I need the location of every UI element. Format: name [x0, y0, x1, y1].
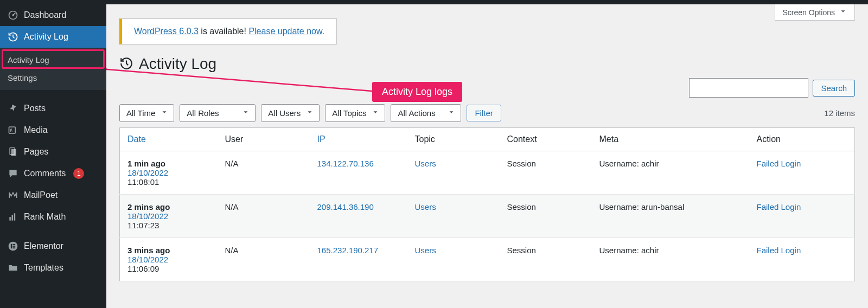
folder-icon [8, 262, 18, 273]
col-ip[interactable]: IP [310, 128, 407, 151]
table-row: 2 mins ago18/10/202211:07:23N/A209.141.3… [120, 195, 855, 238]
cell-user: N/A [218, 195, 310, 238]
sidebar-submenu: Activity Log Settings [0, 48, 106, 90]
chevron-down-icon [306, 108, 314, 118]
svg-point-1 [12, 14, 14, 16]
cell-meta: Username: achir [592, 238, 749, 281]
filter-actions-select[interactable]: All Actions [391, 104, 461, 122]
filter-users-select[interactable]: All Users [261, 104, 320, 122]
sidebar-item-posts[interactable]: Posts [0, 98, 106, 119]
action-link[interactable]: Failed Login [757, 159, 801, 168]
sidebar-item-label: Rank Math [24, 212, 66, 222]
pin-icon [8, 103, 18, 114]
svg-rect-10 [11, 244, 12, 248]
main-content: Screen Options WordPress 6.0.3 is availa… [106, 4, 868, 308]
cell-meta: Username: arun-bansal [592, 195, 749, 238]
cell-date: 2 mins ago18/10/202211:07:23 [120, 195, 218, 238]
update-notice: WordPress 6.0.3 is available! Please upd… [119, 18, 337, 44]
media-icon [8, 125, 18, 136]
cell-context: Session [500, 238, 592, 281]
cell-date: 3 mins ago18/10/202211:06:09 [120, 238, 218, 281]
sidebar-item-label: Comments [24, 169, 66, 178]
filter-button[interactable]: Filter [467, 105, 501, 121]
topic-link[interactable]: Users [415, 159, 436, 168]
sidebar-item-label: Posts [24, 104, 46, 113]
comments-icon [8, 168, 18, 179]
cell-action: Failed Login [749, 195, 855, 238]
sidebar-item-dashboard[interactable]: Dashboard [0, 4, 106, 26]
topic-link[interactable]: Users [415, 202, 436, 211]
cell-user: N/A [218, 151, 310, 195]
chevron-down-icon [372, 108, 379, 118]
cell-meta: Username: achir [592, 151, 749, 195]
cell-topic: Users [407, 195, 500, 238]
col-action: Action [749, 128, 855, 151]
sidebar-sub-settings[interactable]: Settings [0, 69, 106, 87]
screen-options-toggle[interactable]: Screen Options [775, 4, 856, 21]
sidebar-item-media[interactable]: Media [0, 119, 106, 141]
item-count: 12 items [824, 108, 855, 118]
sidebar-item-label: Dashboard [24, 10, 66, 20]
annotation-label: Activity Log logs [372, 82, 462, 102]
ip-link[interactable]: 134.122.70.136 [317, 159, 374, 168]
col-context: Context [500, 128, 592, 151]
cell-ip: 165.232.190.217 [310, 238, 407, 281]
svg-rect-2 [9, 127, 16, 133]
sidebar-item-label: MailPoet [24, 190, 58, 200]
admin-sidebar: Dashboard Activity Log Activity Log Sett… [0, 4, 106, 308]
cell-topic: Users [407, 151, 500, 195]
chevron-down-icon [161, 108, 168, 118]
cell-context: Session [500, 195, 592, 238]
cell-action: Failed Login [749, 151, 855, 195]
cell-ip: 209.141.36.190 [310, 195, 407, 238]
col-meta: Meta [592, 128, 749, 151]
filter-topics-select[interactable]: All Topics [325, 104, 385, 122]
action-link[interactable]: Failed Login [757, 246, 801, 255]
chevron-down-icon [839, 8, 847, 17]
elementor-icon [8, 241, 18, 252]
cell-topic: Users [407, 238, 500, 281]
svg-rect-11 [12, 244, 15, 245]
sidebar-item-label: Media [24, 125, 48, 135]
filter-time-select[interactable]: All Time [119, 104, 174, 122]
cell-context: Session [500, 151, 592, 195]
table-row: 1 min ago18/10/202211:08:01N/A134.122.70… [120, 151, 855, 195]
sidebar-item-pages[interactable]: Pages [0, 141, 106, 163]
update-now-link[interactable]: Please update now [248, 27, 322, 36]
cell-ip: 134.122.70.136 [310, 151, 407, 195]
chevron-down-icon [448, 108, 455, 118]
sidebar-item-label: Elementor [24, 241, 63, 251]
chart-icon [8, 211, 18, 222]
search-button[interactable]: Search [813, 80, 855, 97]
action-link[interactable]: Failed Login [757, 202, 801, 211]
sidebar-item-label: Activity Log [24, 32, 68, 42]
sidebar-item-comments[interactable]: Comments 1 [0, 163, 106, 184]
sidebar-item-rank-math[interactable]: Rank Math [0, 206, 106, 228]
sidebar-item-templates[interactable]: Templates [0, 257, 106, 279]
cell-date: 1 min ago18/10/202211:08:01 [120, 151, 218, 195]
sidebar-sub-activity-log[interactable]: Activity Log [0, 51, 106, 69]
topic-link[interactable]: Users [415, 246, 436, 255]
sidebar-item-mailpoet[interactable]: MailPoet [0, 184, 106, 206]
sidebar-item-elementor[interactable]: Elementor [0, 235, 106, 257]
col-user: User [218, 128, 310, 151]
activity-log-table: Date User IP Topic Context Meta Action 1… [119, 127, 855, 281]
sidebar-item-label: Templates [24, 263, 63, 273]
pages-icon [8, 146, 18, 157]
ip-link[interactable]: 165.232.190.217 [317, 246, 379, 255]
svg-rect-6 [9, 217, 11, 221]
cell-user: N/A [218, 238, 310, 281]
svg-rect-13 [12, 247, 15, 248]
page-title: Activity Log [139, 55, 216, 73]
sidebar-item-activity-log[interactable]: Activity Log [0, 26, 106, 48]
cell-action: Failed Login [749, 238, 855, 281]
filter-roles-select[interactable]: All Roles [180, 104, 256, 122]
wp-version-link[interactable]: WordPress 6.0.3 [134, 27, 199, 36]
svg-rect-8 [14, 213, 16, 220]
col-date[interactable]: Date [120, 128, 218, 151]
history-icon [8, 31, 18, 42]
svg-rect-5 [11, 149, 16, 156]
search-input[interactable] [689, 78, 808, 98]
ip-link[interactable]: 209.141.36.190 [317, 202, 374, 211]
comments-count-badge: 1 [73, 168, 84, 179]
